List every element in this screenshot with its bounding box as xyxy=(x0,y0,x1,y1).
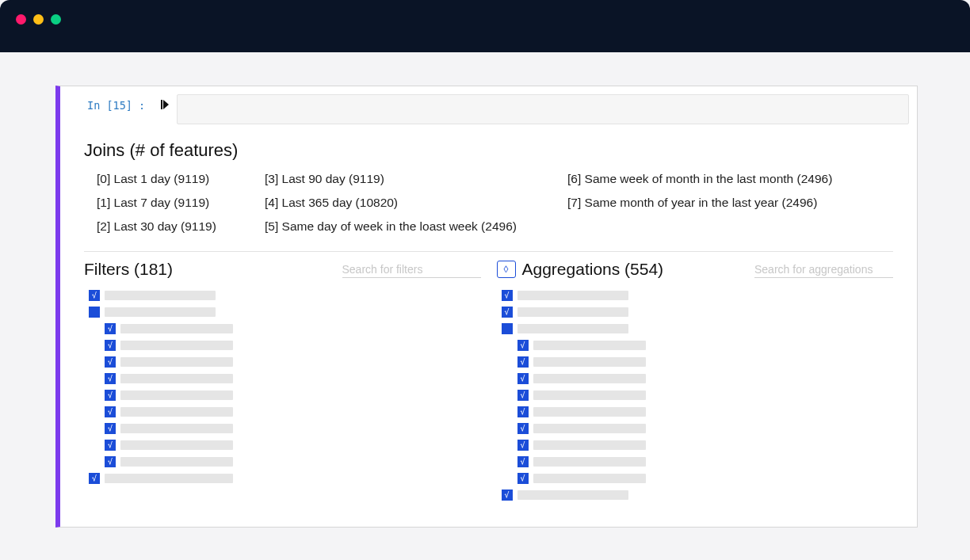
close-icon[interactable] xyxy=(16,14,26,25)
app-window: In [15] : Joins (# of features) [0] Last… xyxy=(0,0,970,560)
notebook-cell: In [15] : Joins (# of features) [0] Last… xyxy=(55,86,918,528)
checkbox-icon[interactable] xyxy=(517,356,529,368)
checkbox-icon[interactable] xyxy=(517,473,529,484)
checkbox-icon[interactable] xyxy=(517,456,529,467)
tree-row[interactable] xyxy=(502,323,894,334)
panels: Filters (181) ◊ Aggregations (554) xyxy=(84,260,893,506)
checkbox-icon[interactable] xyxy=(517,340,529,351)
maximize-icon[interactable] xyxy=(51,14,61,25)
minimize-icon[interactable] xyxy=(33,14,44,25)
output-content: Joins (# of features) [0] Last 1 day (91… xyxy=(60,124,917,506)
aggregations-tree xyxy=(497,290,894,501)
aggregations-panel: ◊ Aggregations (554) xyxy=(497,260,894,506)
checkbox-icon[interactable] xyxy=(517,390,529,401)
checkbox-icon[interactable] xyxy=(517,373,529,384)
checkbox-icon[interactable] xyxy=(502,490,513,501)
checkbox-icon[interactable] xyxy=(517,423,529,434)
checkbox-icon[interactable] xyxy=(517,406,529,417)
collapse-icon[interactable] xyxy=(502,323,513,334)
checkbox-icon[interactable] xyxy=(517,440,529,451)
titlebar xyxy=(0,0,970,52)
